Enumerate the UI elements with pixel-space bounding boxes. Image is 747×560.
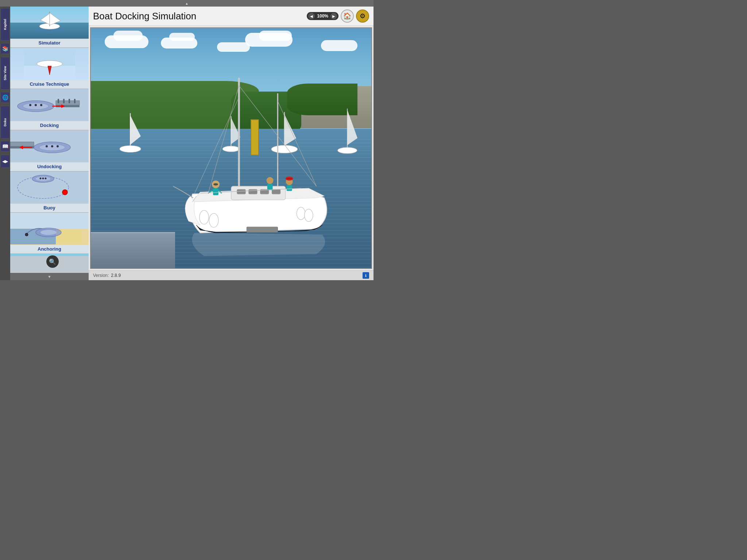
sidebar-icon-book[interactable]: 📚 [0,43,10,54]
cruise-label: Cruise Technique [10,80,89,89]
bg-boat-1-svg [113,88,147,184]
sidebar-item-siteview[interactable]: Site View [0,57,10,90]
nav-item-undocking[interactable]: Undocking [10,130,89,171]
svg-point-30 [57,145,59,147]
svg-rect-13 [63,99,65,103]
nav-item-simulator[interactable]: Simulator [10,7,89,48]
svg-rect-10 [56,101,80,105]
anchoring-diagram-svg [10,213,81,244]
zoom-decrease-icon: ◀ [310,14,313,18]
settings-button[interactable]: ⚙ [356,9,369,23]
svg-point-28 [46,145,48,147]
sidebar-tabs: Kapitel 📚 Site View 🌐 Doku 📖 ◀▶ [0,7,10,280]
anchoring-thumbnail [10,213,89,245]
page-title: Boat Docking Simulation [93,11,196,22]
nav-item-anchoring[interactable]: Anchoring [10,213,89,254]
svg-rect-15 [74,99,76,103]
cloud-7 [259,31,292,41]
svg-rect-86 [237,189,245,194]
simulator-boat-svg [28,10,71,35]
simulator-thumbnail [10,7,89,39]
svg-point-92 [297,207,305,220]
nav-item-buoy[interactable]: Buoy [10,171,89,213]
cloud-4 [169,33,195,41]
cruise-diagram-svg [24,49,75,78]
exercises-diagram-svg [10,255,81,256]
status-indicator: ℹ [363,272,369,279]
undocking-diagram-svg [10,131,81,162]
search-button[interactable]: 🔍 [46,255,59,268]
sidebar-icon-arrows[interactable]: ◀▶ [0,155,10,168]
svg-point-37 [40,177,42,179]
bg-boat-4-svg [332,81,363,189]
svg-rect-14 [69,99,70,103]
undocking-thumbnail [10,130,89,162]
svg-point-45 [40,230,57,235]
svg-point-95 [213,183,218,185]
svg-point-78 [338,147,357,154]
svg-point-29 [51,145,53,147]
svg-rect-47 [10,255,81,256]
docking-label: Docking [10,121,89,130]
cloud-2 [113,31,143,41]
svg-rect-41 [10,213,81,229]
svg-line-81 [208,85,239,194]
bottom-scroll-arrow[interactable]: ▼ [10,273,89,280]
svg-point-91 [209,213,218,227]
svg-point-69 [120,145,141,152]
down-arrow-icon: ▼ [48,275,51,279]
sidebar-icon-globe[interactable]: 🌐 [0,92,10,103]
zoom-value: 100% [316,13,330,19]
svg-point-19 [35,104,37,106]
header-controls: ◀ 100% ▶ 🏠 ⚙ [307,9,369,23]
settings-icon: ⚙ [360,12,365,20]
version-number: 2.8.9 [111,273,121,278]
up-arrow-icon: ▲ [185,1,189,5]
svg-point-90 [200,210,209,224]
simulation-view[interactable] [90,27,372,269]
nav-item-cruise[interactable]: Cruise Technique [10,48,89,89]
nav-item-docking[interactable]: Docking [10,89,89,130]
svg-point-46 [25,233,28,236]
svg-point-93 [305,209,313,221]
docking-diagram-svg [10,90,81,121]
svg-marker-3 [50,13,61,25]
scene-background [91,28,371,268]
svg-rect-104 [287,178,292,179]
globe-icon: 🌐 [2,94,8,100]
svg-point-99 [267,177,274,184]
simulator-label: Simulator [10,39,89,47]
kapitel-label: Kapitel [3,19,7,30]
sidebar-item-doku[interactable]: Doku [0,106,10,139]
status-bar: Version: 2.8.9 ℹ [89,270,374,280]
dock-structure [91,232,175,268]
cloud-5 [217,42,250,52]
buoy-thumbnail [10,171,89,204]
search-icon: 🔍 [49,258,56,265]
sidebar-icon-doc[interactable]: 📖 [0,141,10,152]
svg-marker-77 [348,110,358,145]
svg-marker-68 [130,115,141,144]
home-button[interactable]: 🏠 [341,9,354,23]
svg-rect-105 [287,185,292,191]
zoom-decrease-button[interactable]: ◀ [308,13,315,19]
status-icon: ℹ [365,274,367,278]
svg-point-40 [62,190,67,195]
svg-point-39 [45,177,47,179]
undocking-label: Undocking [10,162,89,171]
svg-point-38 [42,177,44,179]
top-scroll-arrow[interactable]: ▲ [0,0,374,7]
sidebar-item-kapitel[interactable]: Kapitel [0,8,10,41]
svg-rect-100 [267,184,273,190]
doku-label: Doku [3,118,7,127]
svg-rect-24 [10,142,34,146]
zoom-increase-button[interactable]: ▶ [330,13,337,19]
svg-point-20 [40,104,42,106]
siteview-label: Site View [3,66,7,80]
nav-scroll-panel[interactable]: Simulator Cruise Technique [10,7,89,256]
buoy-label: Buoy [10,204,89,212]
main-boat-svg [169,76,332,269]
version-label: Version: [93,273,109,278]
svg-rect-96 [213,188,218,195]
cloud-8 [321,40,357,51]
